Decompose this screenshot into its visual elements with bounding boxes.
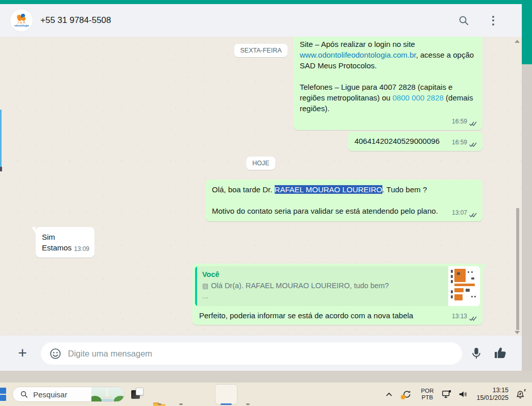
clinic-logo-icon [17, 14, 26, 21]
left-edge-indicator [0, 110, 2, 171]
sync-alert-dot [401, 395, 405, 399]
kebab-menu-icon[interactable] [487, 14, 499, 27]
open-app-indicator [179, 403, 183, 405]
search-icon[interactable] [457, 14, 470, 27]
scrollbar-thumb[interactable] [516, 208, 519, 330]
bubble-tail [32, 227, 36, 234]
taskbar-search-label: Pesquisar [33, 390, 91, 399]
active-app-indicator [221, 403, 232, 405]
message-text: Olá, boa tarde Dr. RAFAEL MOURAO LOUREIR… [212, 184, 476, 195]
quoted-message[interactable]: Você ▤ Olá Dr(a). RAFAEL MOURAO LOUREIRO… [195, 266, 480, 306]
message-meta: 16:59 [452, 116, 477, 127]
dnd-z-mark: z [524, 388, 526, 392]
volume-icon[interactable] [458, 390, 468, 399]
thumbs-up-icon[interactable] [493, 346, 509, 361]
bubble-tail [482, 264, 487, 270]
open-app-indicator [246, 403, 250, 405]
selected-text: RAFAEL MOURAO LOUREIRO [275, 185, 382, 194]
message-text: Telefones – Ligue para 4007 2828 (capita… [300, 82, 476, 114]
scrollbar-up-arrow[interactable] [515, 40, 520, 43]
avatar-logo-line2: odontologia [14, 24, 29, 27]
site-link[interactable]: www.odontolifeodontologia.com.br [300, 50, 416, 59]
task-view-icon[interactable] [131, 388, 144, 401]
message-meta: 13:09 [74, 244, 89, 255]
quote-ellipsis: ... [202, 292, 443, 300]
network-icon[interactable] [442, 390, 452, 399]
date-chip-friday: SEXTA-FEIRA [234, 44, 287, 57]
message-meta: 16:59 [452, 137, 477, 148]
message-meta: 13:07 [452, 208, 477, 218]
message-text: 40641420240529000096 [354, 137, 440, 145]
whatsapp-window: J & R odontologia +55 31 9784-5508 SEXTA… [0, 4, 522, 371]
message-bubble-greeting[interactable]: Olá, boa tarde Dr. RAFAEL MOURAO LOUREIR… [206, 180, 482, 221]
desktop-gap [0, 371, 532, 383]
quote-author: Você [202, 270, 443, 280]
message-text: Motivo do contato seria para validar se … [212, 206, 476, 216]
message-time: 16:59 [452, 137, 467, 148]
date-chip-today: HOJE [246, 157, 275, 170]
active-app-highlight [215, 384, 237, 404]
tray-chevron-up-icon[interactable] [385, 392, 393, 397]
quote-document-thumbnail [448, 266, 480, 306]
message-text: Sim [42, 232, 88, 242]
message-bubble-incoming[interactable]: Sim Estamos 13:09 [36, 227, 94, 258]
phone-link[interactable]: 0800 000 2828 [393, 93, 444, 102]
chat-header: J & R odontologia +55 31 9784-5508 [0, 4, 522, 37]
edge-artifact [0, 167, 2, 171]
attach-plus-icon[interactable]: + [16, 347, 29, 360]
sync-status-icon[interactable] [402, 389, 412, 399]
language-indicator[interactable]: POR PTB [421, 388, 434, 401]
open-app-indicator [158, 403, 161, 405]
tray-date: 15/01/2025 [476, 394, 509, 402]
composer-bar: + Digite uma mensagem [0, 336, 522, 371]
chat-area: SEXTA-FEIRA Site – Após realizar o login… [0, 37, 522, 336]
window-right-edge [522, 0, 532, 64]
message-time: 13:09 [74, 244, 89, 255]
message-time: 13:07 [452, 208, 467, 218]
message-bubble-protocol-info[interactable]: Site – Após realizar o login no site www… [294, 37, 482, 130]
message-meta: 13:13 [452, 311, 477, 322]
message-input[interactable]: Digite uma mensagem [41, 342, 462, 365]
notification-bell-icon[interactable]: z [516, 390, 525, 399]
taskbar-search[interactable]: Pesquisar [12, 387, 125, 402]
system-tray: POR PTB 13:15 15/01/2025 z [380, 383, 532, 406]
contact-phone-title[interactable]: +55 31 9784-5508 [40, 15, 457, 26]
message-text: Perfeito, poderia informar se está de ac… [195, 306, 480, 321]
double-check-icon [469, 121, 477, 126]
taskbar-search-icon [20, 390, 28, 398]
input-placeholder: Digite uma mensagem [68, 349, 152, 359]
message-time: 16:59 [452, 116, 467, 127]
message-bubble-protocol-number[interactable]: 40641420240529000096 16:59 [348, 132, 482, 151]
double-check-icon [469, 316, 477, 321]
tray-time: 13:15 [476, 387, 509, 394]
taskbar: Pesquisar T X POR PTB [0, 383, 532, 406]
taskbar-clock[interactable]: 13:15 15/01/2025 [476, 387, 509, 402]
windows-start-icon[interactable] [0, 388, 6, 401]
double-check-icon [469, 212, 477, 218]
quote-text: ▤ Olá Dr(a). RAFAEL MOURAO LOUREIRO, tud… [202, 281, 443, 291]
double-check-icon [469, 142, 477, 147]
emoji-icon[interactable] [49, 347, 62, 360]
desktop-screen: J & R odontologia +55 31 9784-5508 SEXTA… [0, 0, 532, 406]
message-bubble-with-quote[interactable]: Você ▤ Olá Dr(a). RAFAEL MOURAO LOUREIRO… [192, 264, 482, 325]
message-time: 13:13 [452, 311, 467, 322]
message-text: Site – Após realizar o login no site www… [300, 39, 476, 71]
window-top-edge [0, 0, 532, 4]
search-highlight-image [91, 387, 124, 402]
scrollbar-down-arrow[interactable] [515, 331, 520, 334]
contact-avatar[interactable]: J & R odontologia [10, 9, 33, 32]
document-icon: ▤ [202, 283, 208, 289]
mic-icon[interactable] [471, 347, 482, 360]
